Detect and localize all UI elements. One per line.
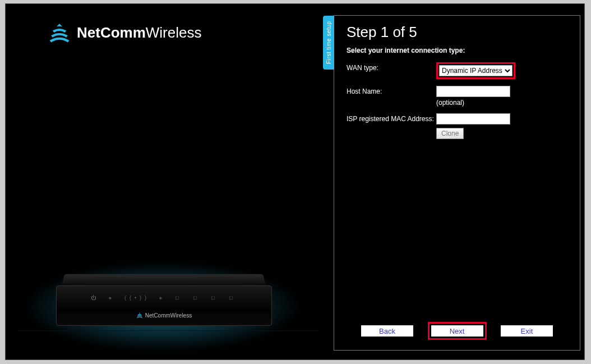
wan-type-select[interactable]: Dynamic IP Address bbox=[439, 65, 512, 76]
router-led-row: ⏻ ⊕ ((•)) ⊕ ⬚ ⬚ ⬚ ⬚ bbox=[57, 295, 271, 301]
step-subtitle: Select your internet connection type: bbox=[347, 47, 580, 54]
wan-type-highlight: Dynamic IP Address bbox=[436, 62, 515, 79]
mac-address-label: ISP registered MAC Address: bbox=[347, 113, 436, 123]
mac-address-input[interactable] bbox=[436, 113, 510, 125]
wizard-footer: Back Next Exit bbox=[334, 322, 580, 340]
brand-text: NetCommWireless bbox=[77, 24, 201, 42]
wizard-panel: First time setup Step 1 of 5 Select your… bbox=[334, 15, 580, 351]
app-frame: NetCommWireless ⏻ ⊕ ((•)) ⊕ ⬚ ⬚ ⬚ ⬚ NetC… bbox=[5, 3, 585, 360]
device-illustration: ⏻ ⊕ ((•)) ⊕ ⬚ ⬚ ⬚ ⬚ NetCommWireless bbox=[17, 245, 308, 357]
next-button[interactable]: Next bbox=[431, 325, 484, 337]
next-highlight: Next bbox=[428, 322, 487, 340]
back-button[interactable]: Back bbox=[361, 325, 414, 337]
clone-button[interactable]: Clone bbox=[436, 128, 464, 139]
device-brand-label: NetCommWireless bbox=[57, 312, 271, 319]
exit-button[interactable]: Exit bbox=[500, 325, 553, 337]
wan-type-label: WAN type: bbox=[347, 62, 436, 72]
setup-tab[interactable]: First time setup bbox=[323, 16, 334, 70]
host-name-label: Host Name: bbox=[347, 86, 436, 95]
host-name-input[interactable] bbox=[436, 86, 510, 97]
netcomm-wave-icon bbox=[136, 312, 143, 319]
host-name-hint: (optional) bbox=[436, 99, 580, 107]
step-title: Step 1 of 5 bbox=[347, 24, 580, 41]
brand-logo: NetCommWireless bbox=[48, 21, 201, 44]
netcomm-wave-icon bbox=[48, 21, 71, 44]
